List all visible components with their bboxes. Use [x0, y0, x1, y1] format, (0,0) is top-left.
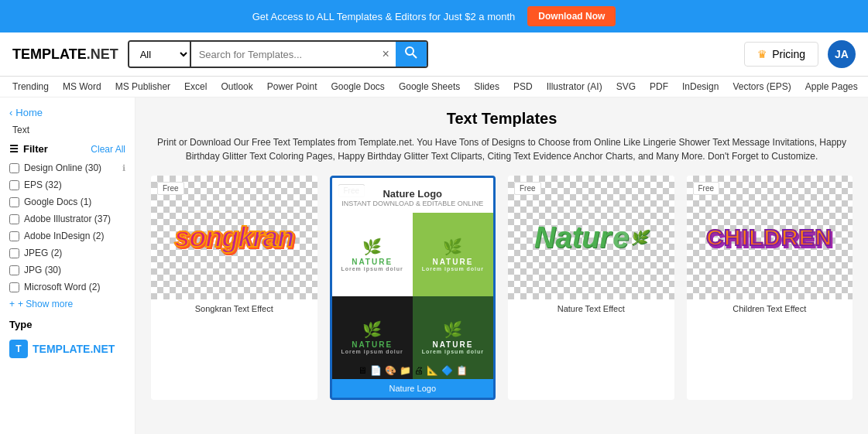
nav-item-trending[interactable]: Trending: [12, 81, 49, 92]
nav-item-svg[interactable]: SVG: [616, 81, 636, 92]
card-label-children-text: Children Text Effect: [687, 299, 853, 318]
type-section: Type: [9, 319, 125, 330]
logo-cell-green: 🌿 NATURE Lorem ipsum dolur: [413, 213, 493, 296]
sidebar-nav: ‹ Home: [9, 107, 125, 118]
filter-adobe-illustrator-checkbox[interactable]: [9, 214, 19, 224]
filter-adobe-illustrator: Adobe Illustrator (37): [9, 214, 125, 224]
nature-leaf-icon-4: 🌿: [443, 320, 463, 339]
card-label-nature-text: Nature Text Effect: [508, 299, 674, 318]
search-button[interactable]: [396, 42, 427, 67]
search-icon: [405, 46, 417, 59]
nature-leaf-icon-3: 🌿: [362, 320, 383, 339]
filter-design-online: Design Online (30) ℹ: [9, 162, 125, 173]
header: TEMPLATE.NET All × ♛ Pricing JA: [0, 32, 868, 77]
nav-item-googlesheets[interactable]: Google Sheets: [399, 81, 460, 92]
main-layout: ‹ Home Text ☰ Filter Clear All Design On…: [0, 97, 868, 434]
filter-title: ☰ Filter: [9, 143, 48, 155]
sidebar-home-link[interactable]: ‹ Home: [9, 107, 43, 118]
format-icon-4: 📁: [400, 365, 411, 376]
nav-item-applepages[interactable]: Apple Pages: [805, 81, 858, 92]
filter-microsoft-word: Microsoft Word (2): [9, 282, 125, 292]
format-icon-6: 📐: [427, 365, 438, 376]
nature-text-art: Nature🌿: [534, 221, 647, 255]
filter-icon: ☰: [9, 143, 19, 155]
filter-microsoft-word-label: Microsoft Word (2): [24, 282, 125, 292]
nav-item-excel[interactable]: Excel: [184, 81, 207, 92]
clear-all-button[interactable]: Clear All: [91, 144, 125, 155]
nav-item-indesign[interactable]: InDesign: [682, 81, 719, 92]
logo[interactable]: TEMPLATE.NET: [12, 46, 118, 63]
show-more-button[interactable]: + + Show more: [9, 299, 125, 309]
template-grid: songkran Free Songkran Text Effect Free …: [151, 176, 853, 400]
template-card-nature-text[interactable]: Nature🌿 Free Nature Text Effect: [508, 176, 674, 400]
filter-google-docs-checkbox[interactable]: [9, 197, 19, 207]
filter-google-docs-label: Google Docs (1): [24, 196, 125, 207]
page-title: Text Templates: [151, 110, 853, 128]
nav-item-outlook[interactable]: Outlook: [221, 81, 252, 92]
nav-item-powerpoint[interactable]: Power Point: [267, 81, 317, 92]
filter-header: ☰ Filter Clear All: [9, 143, 125, 155]
breadcrumb-text: Text: [12, 125, 29, 135]
format-icon-2: 📄: [370, 365, 382, 376]
filter-eps-checkbox[interactable]: [9, 180, 19, 190]
avatar-initials: JA: [835, 48, 849, 60]
card-image-nature-text: Nature🌿 Free: [508, 176, 674, 299]
filter-design-online-label: Design Online (30): [24, 162, 118, 173]
logo-second: .NET: [87, 46, 118, 62]
format-icon-1: 🖥: [358, 365, 367, 376]
sidebar-breadcrumb: Text: [9, 125, 125, 135]
page-description: Print or Download Our Free Text Template…: [153, 135, 850, 163]
chevron-left-icon: ‹: [9, 107, 12, 118]
download-now-button[interactable]: Download Now: [527, 6, 616, 26]
avatar[interactable]: JA: [828, 40, 856, 68]
nav-item-slides[interactable]: Slides: [474, 81, 499, 92]
nav-item-pdf[interactable]: PDF: [650, 81, 668, 92]
template-card-songkran[interactable]: songkran Free Songkran Text Effect: [151, 176, 317, 400]
filter-adobe-indesign-label: Adobe InDesign (2): [24, 231, 125, 241]
filter-microsoft-word-checkbox[interactable]: [9, 282, 19, 292]
filter-eps: EPS (32): [9, 179, 125, 190]
nav-item-googledocs[interactable]: Google Docs: [331, 81, 385, 92]
top-banner: Get Access to ALL Templates & Editors fo…: [0, 0, 868, 32]
nature-logo-format-icons: 🖥 📄 🎨 📁 🖨 📐 🔷 📋: [358, 365, 468, 376]
logo-first: TEMPLATE: [12, 46, 87, 62]
filter-adobe-indesign-checkbox[interactable]: [9, 231, 19, 241]
search-category-select[interactable]: All: [129, 42, 191, 67]
template-card-children-text[interactable]: CHILDREN Free Children Text Effect: [687, 176, 853, 400]
filter-jpg-checkbox[interactable]: [9, 265, 19, 275]
crown-icon: ♛: [757, 48, 767, 60]
search-input[interactable]: [191, 42, 376, 67]
template-card-nature-logo[interactable]: Free Nature Logo INSTANT DOWNLOAD & EDIT…: [330, 176, 496, 400]
sidebar-logo-second: .NET: [90, 343, 115, 355]
nature-leaf-icon-2: 🌿: [443, 238, 463, 256]
nav-item-vectors[interactable]: Vectors (EPS): [732, 81, 791, 92]
filter-jpeg-checkbox[interactable]: [9, 248, 19, 258]
free-badge-songkran: Free: [157, 182, 184, 195]
card-label-nature-logo: Nature Logo: [332, 379, 494, 398]
content-area: Text Templates Print or Download Our Fre…: [136, 97, 868, 434]
info-icon-0[interactable]: ℹ: [122, 163, 125, 173]
sidebar-logo[interactable]: T TEMPLATE.NET: [9, 340, 125, 358]
filter-google-docs: Google Docs (1): [9, 196, 125, 207]
filter-jpg: JPG (30): [9, 265, 125, 275]
search-clear-button[interactable]: ×: [376, 42, 396, 67]
sidebar-logo-text: TEMPLATE.NET: [33, 343, 115, 355]
format-icon-5: 🖨: [414, 365, 424, 376]
pricing-button[interactable]: ♛ Pricing: [744, 42, 818, 67]
logo-cell-white: 🌿 NATURE Lorem ipsum dolur: [332, 213, 413, 296]
format-icon-8: 📋: [456, 365, 468, 376]
format-icon-7: 🔷: [441, 365, 453, 376]
nav-item-illustrator[interactable]: Illustrator (AI): [547, 81, 602, 92]
sidebar-home-label[interactable]: Home: [15, 107, 43, 118]
filter-design-online-checkbox[interactable]: [9, 163, 19, 173]
filter-adobe-indesign: Adobe InDesign (2): [9, 231, 125, 241]
nav-item-psd[interactable]: PSD: [513, 81, 533, 92]
card-image-nature-logo: Free Nature Logo INSTANT DOWNLOAD & EDIT…: [332, 178, 494, 379]
plus-icon: +: [9, 299, 15, 309]
show-more-label[interactable]: + Show more: [18, 299, 73, 309]
svg-point-0: [406, 47, 413, 55]
nav-item-mspublisher[interactable]: MS Publisher: [115, 81, 170, 92]
nav-item-msword[interactable]: MS Word: [63, 81, 101, 92]
type-title: Type: [9, 319, 125, 330]
filter-label: Filter: [23, 143, 48, 155]
